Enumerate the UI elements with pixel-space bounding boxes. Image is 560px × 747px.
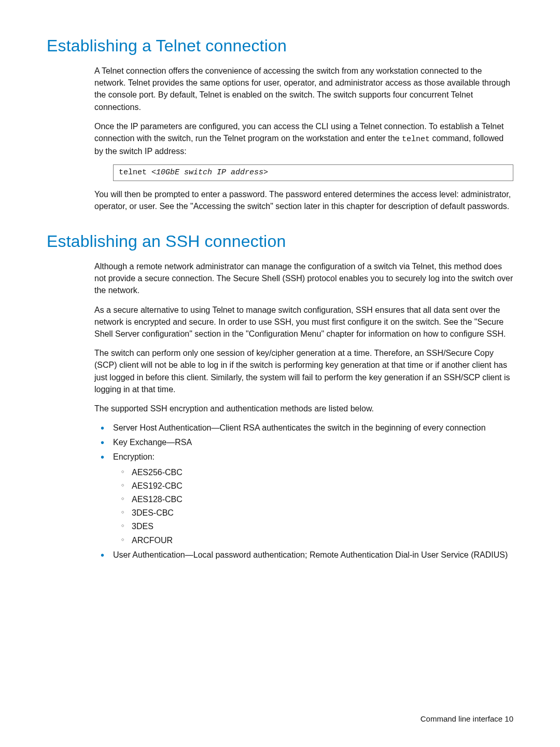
list-item: AES256-CBC [113,466,513,478]
ssh-bullet-list: Server Host Authentication—Client RSA au… [94,422,513,561]
list-item-encryption: Encryption: AES256-CBC AES192-CBC AES128… [94,451,513,546]
ssh-paragraph-1: Although a remote network administrator … [94,260,513,297]
list-item: User Authentication—Local password authe… [94,549,513,561]
list-item-label: Encryption: [113,452,155,461]
ssh-paragraph-2: As a secure alternative to using Telnet … [94,304,513,340]
telnet-cmd-arg: <10GbE switch IP address> [151,168,268,177]
list-item: ARCFOUR [113,534,513,546]
list-item: 3DES-CBC [113,507,513,519]
section-body-telnet: A Telnet connection offers the convenien… [94,65,513,212]
list-item: 3DES [113,520,513,532]
page-footer: Command line interface 10 [421,714,513,723]
telnet-paragraph-3: You will then be prompted to enter a pas… [94,188,513,212]
ssh-paragraph-4: The supported SSH encryption and authent… [94,403,513,414]
telnet-inline-code: telnet [402,135,430,144]
section-title-ssh: Establishing an SSH connection [47,232,513,251]
list-item: AES192-CBC [113,480,513,492]
telnet-cmd-prefix: telnet [119,168,151,177]
telnet-paragraph-1: A Telnet connection offers the convenien… [94,65,513,113]
list-item: Server Host Authentication—Client RSA au… [94,422,513,434]
telnet-paragraph-2: Once the IP parameters are configured, y… [94,120,513,157]
list-item: AES128-CBC [113,493,513,505]
section-title-telnet: Establishing a Telnet connection [47,36,513,56]
list-item: Key Exchange—RSA [94,436,513,448]
encryption-sublist: AES256-CBC AES192-CBC AES128-CBC 3DES-CB… [113,466,513,546]
ssh-paragraph-3: The switch can perform only one session … [94,347,513,395]
page-root: Establishing a Telnet connection A Telne… [0,0,560,747]
section-body-ssh: Although a remote network administrator … [94,260,513,561]
telnet-command-box: telnet <10GbE switch IP address> [113,164,513,181]
